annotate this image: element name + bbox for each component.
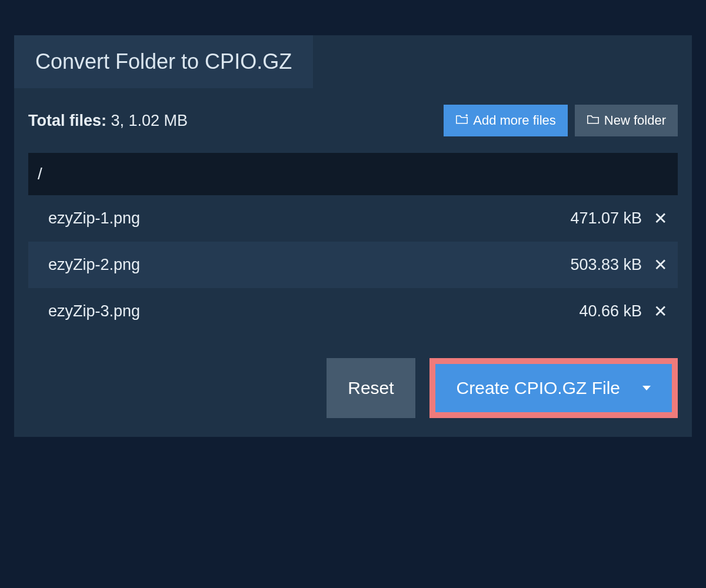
file-name: ezyZip-2.png — [48, 256, 570, 274]
topbar: Total files: 3, 1.02 MB Add more files — [28, 105, 678, 136]
create-file-label: Create CPIO.GZ File — [457, 378, 620, 398]
table-row: ezyZip-2.png 503.83 kB ✕ — [28, 242, 678, 288]
table-row: ezyZip-3.png 40.66 kB ✕ — [28, 288, 678, 335]
remove-file-icon[interactable]: ✕ — [654, 211, 667, 227]
converter-panel: Convert Folder to CPIO.GZ Total files: 3… — [14, 35, 692, 437]
file-size: 503.83 kB — [570, 256, 642, 274]
file-name: ezyZip-3.png — [48, 302, 579, 320]
total-files-value: 3, 1.02 MB — [111, 112, 188, 129]
add-more-files-label: Add more files — [473, 113, 556, 128]
reset-button[interactable]: Reset — [327, 358, 415, 418]
new-folder-label: New folder — [604, 113, 666, 128]
file-name: ezyZip-1.png — [48, 209, 570, 228]
add-more-files-button[interactable]: Add more files — [444, 105, 568, 136]
caret-down-icon — [642, 386, 651, 390]
folder-plus-icon — [455, 113, 468, 128]
action-bar: Reset Create CPIO.GZ File — [28, 358, 678, 418]
create-button-highlight: Create CPIO.GZ File — [429, 358, 678, 418]
folder-icon — [587, 113, 600, 128]
file-table: / ezyZip-1.png 471.07 kB ✕ ezyZip-2.png … — [28, 153, 678, 335]
total-files: Total files: 3, 1.02 MB — [28, 112, 188, 130]
new-folder-button[interactable]: New folder — [575, 105, 678, 136]
path-header: / — [28, 153, 678, 195]
remove-file-icon[interactable]: ✕ — [654, 257, 667, 273]
tab-title: Convert Folder to CPIO.GZ — [14, 35, 313, 88]
create-file-button[interactable]: Create CPIO.GZ File — [435, 364, 672, 412]
file-size: 471.07 kB — [570, 209, 642, 228]
panel-content: Total files: 3, 1.02 MB Add more files — [14, 88, 692, 437]
table-row: ezyZip-1.png 471.07 kB ✕ — [28, 195, 678, 242]
remove-file-icon[interactable]: ✕ — [654, 303, 667, 320]
file-size: 40.66 kB — [579, 302, 642, 320]
total-files-label: Total files: — [28, 112, 106, 129]
